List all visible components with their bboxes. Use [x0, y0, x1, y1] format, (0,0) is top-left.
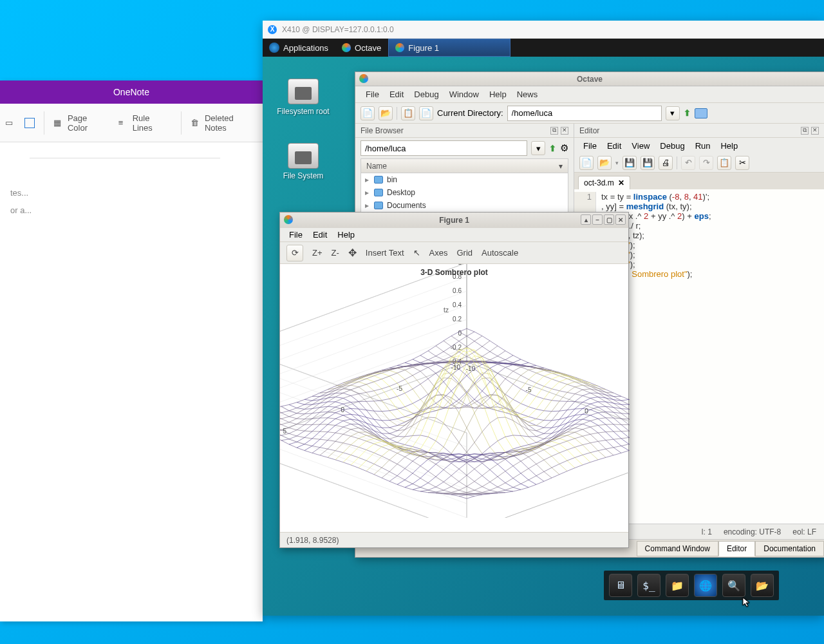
menu-help[interactable]: Help — [485, 88, 510, 100]
file-browser-path-input[interactable] — [360, 140, 527, 156]
close-tab-icon[interactable]: ✕ — [618, 178, 624, 187]
new-file-button[interactable]: 📄 — [360, 106, 375, 120]
ed-menu-help[interactable]: Help — [716, 140, 742, 152]
ed-print-button[interactable]: 🖨 — [659, 156, 673, 170]
editor-toolbar: 📄 📂 ▾ 💾 💾 🖨 ↶ ↷ 📋 ✂ — [574, 153, 824, 173]
dock-browser-icon[interactable]: 🌐 — [694, 574, 717, 597]
deleted-notes-button[interactable]: 🗑Deleted Notes — [191, 113, 258, 133]
minimize-button[interactable]: – — [592, 214, 603, 225]
copy-button[interactable]: 📋 — [401, 106, 415, 120]
x410-titlebar[interactable]: X X410 @ DISPLAY=127.0.0.1:0.0 — [263, 21, 824, 39]
paper-size-button[interactable] — [24, 118, 35, 128]
menu-file[interactable]: File — [362, 88, 383, 100]
close-pane-button[interactable]: ✕ — [561, 127, 568, 135]
editor-tab[interactable]: oct-3d.m ✕ — [578, 176, 630, 189]
ed-menu-debug[interactable]: Debug — [656, 140, 688, 152]
browse-dir-button[interactable] — [695, 108, 707, 118]
xfce-dock: 🖥 $_ 📁 🌐 🔍 📂 — [604, 571, 779, 600]
shade-button[interactable]: ▴ — [581, 214, 591, 225]
fig-menu-edit[interactable]: Edit — [309, 229, 331, 241]
taskbar-item-octave[interactable]: Octave — [335, 39, 388, 57]
undock-button[interactable]: ⧉ — [801, 127, 809, 135]
ed-saveall-button[interactable]: 💾 — [641, 156, 655, 170]
menu-debug[interactable]: Debug — [410, 88, 442, 100]
svg-text:5: 5 — [283, 428, 286, 435]
fig-menu-file[interactable]: File — [285, 229, 306, 241]
menu-window[interactable]: Window — [445, 88, 483, 100]
undock-button[interactable]: ⧉ — [550, 127, 558, 135]
onenote-titlebar[interactable]: OneNote — [0, 80, 263, 104]
zoom-out-button[interactable]: Z- — [332, 248, 339, 258]
menu-news[interactable]: News — [513, 88, 542, 100]
select-button[interactable]: ↖ — [413, 248, 420, 258]
rotate-button[interactable]: ⟳ — [286, 245, 303, 261]
file-browser-header: File Browser ⧉✕ — [355, 124, 574, 138]
tab-editor[interactable]: Editor — [718, 541, 755, 556]
ed-copy-button[interactable]: 📋 — [717, 156, 731, 170]
paper-size-icon — [24, 118, 35, 128]
grid-button[interactable]: Grid — [456, 248, 473, 258]
column-dropdown[interactable]: ▾ — [559, 162, 563, 171]
maximize-button[interactable]: ▢ — [604, 214, 614, 225]
hide-rule-button[interactable]: ▭ — [5, 118, 15, 128]
onenote-toolbar: ▭ ▦Page Color ≡Rule Lines 🗑Deleted Notes — [0, 104, 263, 142]
ed-menu-edit[interactable]: Edit — [603, 140, 625, 152]
path-dropdown[interactable]: ▾ — [531, 141, 545, 155]
pan-button[interactable]: ✥ — [348, 247, 357, 259]
autoscale-button[interactable]: Autoscale — [482, 248, 518, 258]
octave-title: Octave — [577, 75, 603, 84]
tab-command-window[interactable]: Command Window — [637, 541, 718, 556]
octave-menubar: File Edit Debug Window Help News — [355, 86, 824, 103]
close-pane-button[interactable]: ✕ — [811, 127, 819, 135]
close-button[interactable]: ✕ — [615, 214, 626, 225]
applications-menu[interactable]: Applications — [263, 39, 335, 57]
taskbar-item-figure1[interactable]: Figure 1 — [388, 39, 510, 57]
ed-undo-button[interactable]: ↶ — [681, 156, 695, 170]
dock-desktop-icon[interactable]: 🖥 — [609, 574, 632, 597]
paste-button[interactable]: 📄 — [419, 106, 433, 120]
figure-canvas[interactable]: 3-D Sombrero plot -0.4-0.200.20.40.60.81… — [280, 264, 628, 532]
ed-cut-button[interactable]: ✂ — [735, 156, 749, 170]
onenote-sidebar-item[interactable]: or a... — [10, 202, 252, 219]
file-row[interactable]: ▸Documents — [361, 199, 568, 212]
dock-files-icon[interactable]: 📂 — [751, 574, 774, 597]
ed-menu-file[interactable]: File — [579, 140, 601, 152]
drive-icon — [288, 79, 319, 104]
axes-button[interactable]: Axes — [429, 248, 448, 258]
octave-titlebar[interactable]: Octave — [355, 72, 824, 86]
dock-filemanager-icon[interactable]: 📁 — [666, 574, 689, 597]
desktop-icon-file-system[interactable]: File System — [274, 143, 332, 180]
desktop-icon-filesystem-root[interactable]: Filesystem root — [274, 79, 332, 116]
svg-text:0: 0 — [341, 406, 344, 413]
ed-new-button[interactable]: 📄 — [579, 156, 594, 170]
menu-edit[interactable]: Edit — [386, 88, 407, 100]
dock-terminal-icon[interactable]: $_ — [637, 574, 660, 597]
zoom-in-button[interactable]: Z+ — [312, 248, 323, 258]
up-folder-button[interactable]: ⬆ — [549, 144, 556, 153]
ed-open-button[interactable]: 📂 — [597, 156, 612, 170]
settings-button[interactable]: ⚙ — [560, 142, 568, 154]
up-dir-button[interactable]: ⬆ — [684, 108, 691, 118]
page-color-button[interactable]: ▦Page Color — [53, 113, 109, 133]
figure-titlebar[interactable]: Figure 1 ▴ – ▢ ✕ — [280, 213, 628, 228]
figure-title: Figure 1 — [439, 216, 469, 225]
svg-text:-10: -10 — [451, 364, 461, 371]
file-row[interactable]: ▸Desktop — [361, 186, 568, 199]
curdir-input[interactable] — [507, 106, 662, 121]
ed-menu-run[interactable]: Run — [691, 140, 715, 152]
tab-documentation[interactable]: Documentation — [755, 541, 824, 556]
onenote-sidebar-item[interactable]: tes... — [10, 184, 252, 202]
fig-menu-help[interactable]: Help — [333, 229, 359, 241]
trash-icon: 🗑 — [191, 118, 201, 128]
name-column-header[interactable]: Name — [366, 162, 559, 171]
curdir-dropdown[interactable]: ▾ — [666, 106, 680, 120]
ed-redo-button[interactable]: ↷ — [699, 156, 713, 170]
ed-menu-view[interactable]: View — [628, 140, 653, 152]
insert-text-button[interactable]: Insert Text — [366, 248, 404, 258]
rule-lines-button[interactable]: ≡Rule Lines — [118, 113, 172, 133]
cursor-position: (1.918, 8.9528) — [286, 536, 339, 545]
open-file-button[interactable]: 📂 — [379, 106, 393, 120]
ed-save-button[interactable]: 💾 — [623, 156, 637, 170]
dock-search-icon[interactable]: 🔍 — [722, 574, 745, 597]
file-row[interactable]: ▸bin — [361, 173, 568, 186]
